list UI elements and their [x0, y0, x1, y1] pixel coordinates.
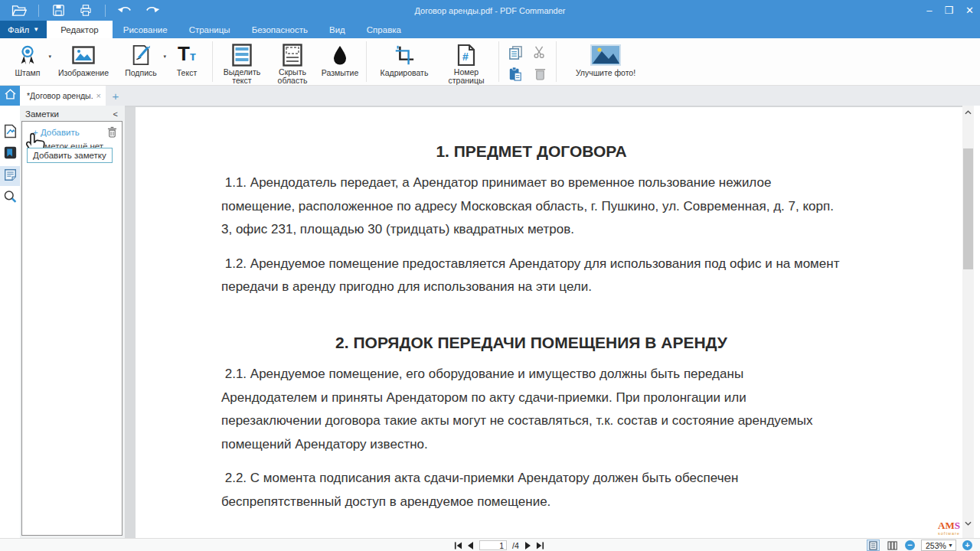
collapse-panel-icon[interactable]: < [113, 109, 118, 119]
new-tab-button[interactable]: + [106, 86, 126, 106]
notes-icon [4, 168, 17, 184]
zoom-in-button[interactable]: + [962, 540, 972, 550]
toolbar-separator [556, 41, 557, 82]
main-area: Заметки < + Добавить Заметок ещё нет Доб… [0, 106, 980, 538]
image-document-icon [4, 124, 17, 142]
sidebar-item-images[interactable] [0, 122, 20, 142]
tab-label: *Договор аренды.pdf [27, 91, 93, 100]
section-heading: 2. ПОРЯДОК ПЕРЕДАЧИ ПОМЕЩЕНИЯ В АРЕНДУ [221, 334, 841, 352]
title-bar: Договор аренды.pdf - PDF Commander – ❒ ✕ [0, 0, 980, 21]
first-page-button[interactable] [454, 542, 462, 549]
tooltip: Добавить заметку [27, 148, 113, 163]
zoom-level-select[interactable]: 253% ▼ [921, 540, 956, 551]
single-page-view-icon[interactable] [867, 540, 880, 551]
pdf-commander-window: Договор аренды.pdf - PDF Commander – ❒ ✕… [0, 0, 980, 551]
page-number-input[interactable] [479, 540, 507, 550]
toolbar-separator [212, 41, 213, 82]
notes-panel-title: Заметки [25, 109, 59, 119]
save-icon[interactable] [50, 2, 67, 19]
paste-icon[interactable] [508, 67, 522, 81]
previous-page-button[interactable] [468, 542, 474, 549]
text-button[interactable]: Tт Текст [165, 38, 208, 85]
crop-button[interactable]: Кадрировать [371, 38, 438, 85]
toolbar-separator [498, 41, 499, 82]
menu-pages[interactable]: Страницы [178, 21, 241, 38]
next-page-button[interactable] [524, 542, 531, 549]
highlight-text-button[interactable]: Выделить текст [217, 38, 267, 85]
enhance-photo-icon [590, 43, 621, 67]
pdf-page[interactable]: 1. ПРЕДМЕТ ДОГОВОРА 1.1. Арендодатель пе… [136, 107, 962, 538]
text-icon: Tт [178, 43, 196, 67]
ams-watermark: AMS software [938, 520, 960, 538]
hide-area-icon [283, 43, 302, 67]
close-button[interactable]: ✕ [965, 5, 974, 16]
titlebar-separator [105, 5, 106, 17]
zoom-level-value: 253% [926, 541, 946, 550]
blur-drop-icon [331, 43, 349, 67]
maximize-button[interactable]: ❒ [944, 5, 953, 16]
scroll-up-icon[interactable] [962, 107, 974, 118]
trash-icon[interactable] [107, 126, 117, 141]
undo-icon[interactable] [116, 2, 133, 19]
paragraph: 2.2. С момента подписания акта сдачи-при… [221, 467, 841, 514]
open-file-icon[interactable] [11, 2, 28, 19]
signature-button[interactable]: Подпись ▾ [116, 38, 165, 85]
zoom-controls: − 253% ▼ + [867, 539, 972, 551]
page-number-button[interactable]: # Номер страницы [438, 38, 495, 85]
vertical-scrollbar[interactable] [962, 106, 974, 538]
left-icon-strip [0, 106, 20, 538]
stamp-button[interactable]: Штамп ▾ [5, 38, 51, 85]
scroll-down-icon[interactable] [962, 518, 974, 529]
page-total-label: /4 [512, 541, 519, 550]
menu-editor[interactable]: Редактор [47, 21, 113, 38]
toolbar-separator [366, 41, 367, 82]
blur-button[interactable]: Размытие [318, 38, 362, 85]
menu-help[interactable]: Справка [356, 21, 412, 38]
sidebar-item-search[interactable] [0, 188, 20, 208]
menu-file[interactable]: Файл ▼ [0, 21, 47, 38]
print-icon[interactable] [77, 2, 94, 19]
hide-area-button[interactable]: Скрыть область [267, 38, 318, 85]
menu-view[interactable]: Вид [318, 21, 356, 38]
cut-icon[interactable] [533, 45, 547, 59]
paragraph: 1.2. Арендуемое помещение предоставляетс… [221, 253, 841, 299]
notes-panel: + Добавить Заметок ещё нет Добавить заме… [21, 121, 122, 536]
multi-page-view-icon[interactable] [886, 540, 899, 551]
sidebar-item-bookmarks[interactable] [0, 144, 20, 164]
copy-icon[interactable] [508, 45, 523, 60]
home-icon [4, 88, 17, 103]
menu-security[interactable]: Безопасность [241, 21, 318, 38]
sidebar-item-notes[interactable] [0, 166, 20, 186]
image-button[interactable]: Изображение [51, 38, 116, 85]
document-canvas: 1. ПРЕДМЕТ ДОГОВОРА 1.1. Арендодатель пе… [125, 106, 962, 538]
stamp-icon [17, 43, 38, 67]
paragraph: 1.1. Арендодатель передает, а Арендатор … [221, 171, 841, 242]
crop-icon [394, 43, 415, 67]
redo-icon[interactable] [144, 2, 161, 19]
highlight-text-icon [232, 43, 252, 67]
status-bar: /4 − 253% ▼ + [0, 538, 980, 551]
chevron-down-icon: ▼ [948, 543, 953, 548]
enhance-photo-button[interactable]: Улучшите фото! [560, 38, 651, 85]
page-number-icon: # [456, 43, 476, 67]
document-tab-bar: *Договор аренды.pdf × + [0, 86, 980, 106]
menu-drawing[interactable]: Рисование [113, 21, 178, 38]
zoom-out-button[interactable]: − [905, 540, 915, 550]
delete-icon[interactable] [534, 67, 547, 80]
bookmark-icon [4, 146, 17, 162]
scrollbar-thumb[interactable] [963, 148, 973, 269]
notes-sidebar: Заметки < + Добавить Заметок ещё нет Доб… [20, 106, 125, 538]
minimize-button[interactable]: – [926, 5, 932, 16]
page-navigation: /4 [454, 539, 544, 551]
tab-document[interactable]: *Договор аренды.pdf × [20, 86, 106, 106]
chevron-down-icon: ▼ [33, 26, 39, 33]
signature-icon [130, 43, 152, 67]
svg-text:#: # [462, 51, 469, 63]
last-page-button[interactable] [536, 542, 544, 549]
tab-close-icon[interactable]: × [96, 91, 101, 100]
search-icon [3, 190, 17, 207]
home-button[interactable] [0, 86, 20, 106]
canvas-gutter [125, 107, 136, 540]
menu-bar: Файл ▼ Редактор Рисование Страницы Безоп… [0, 21, 980, 38]
image-icon [72, 43, 95, 67]
